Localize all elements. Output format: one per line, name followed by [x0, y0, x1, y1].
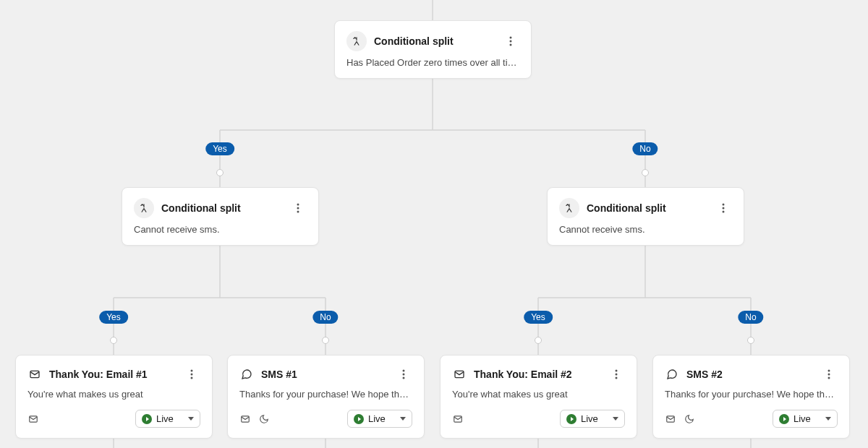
more-button[interactable] [502, 33, 519, 50]
svg-point-29 [191, 377, 193, 379]
conditional-split-left-card[interactable]: Conditional split Cannot receive sms. [122, 187, 319, 246]
card-footer-icons [239, 413, 270, 425]
play-icon [779, 414, 789, 424]
svg-point-20 [297, 204, 299, 206]
more-button[interactable] [608, 366, 625, 383]
sms-card-2[interactable]: SMS #2 Thanks for your purchase! We hope… [652, 355, 850, 439]
chat-icon [239, 367, 254, 382]
card-description: Has Placed Order zero times over all tim… [346, 57, 519, 68]
connector-dot [110, 337, 117, 344]
play-icon [354, 414, 364, 424]
branch-label-yes: Yes [99, 311, 128, 324]
status-dropdown[interactable]: Live [347, 410, 412, 428]
card-title: SMS #1 [261, 369, 388, 380]
email-card-1[interactable]: Thank You: Email #1 You're what makes us… [15, 355, 213, 439]
svg-point-28 [191, 374, 193, 376]
connector-dot [642, 169, 649, 176]
split-icon [559, 198, 579, 218]
svg-point-17 [510, 37, 512, 39]
card-description: Cannot receive sms. [559, 224, 732, 235]
svg-point-25 [723, 211, 725, 213]
split-icon [134, 198, 154, 218]
svg-point-31 [403, 370, 405, 372]
svg-point-41 [828, 374, 830, 376]
chevron-down-icon [188, 417, 194, 421]
card-footer-icons [452, 413, 464, 425]
svg-point-40 [828, 370, 830, 372]
moon-icon [684, 413, 695, 425]
svg-point-18 [510, 40, 512, 43]
connector-dot [747, 337, 754, 344]
branch-label-yes: Yes [524, 311, 553, 324]
card-description: Thanks for your purchase! We hope that … [665, 389, 838, 400]
branch-label-no: No [738, 311, 763, 324]
sms-card-1[interactable]: SMS #1 Thanks for your purchase! We hope… [227, 355, 425, 439]
svg-point-38 [616, 377, 618, 379]
svg-point-23 [723, 204, 725, 206]
chevron-down-icon [825, 417, 831, 421]
split-icon [346, 31, 367, 51]
card-description: Thanks for your purchase! We hope that … [239, 389, 412, 400]
svg-point-37 [616, 374, 618, 376]
status-label: Live [581, 413, 598, 424]
status-label: Live [156, 413, 174, 424]
connector-dot [322, 337, 329, 344]
card-description: Cannot receive sms. [134, 224, 307, 235]
connector-dot [535, 337, 542, 344]
svg-point-33 [403, 377, 405, 379]
envelope-small-icon [239, 413, 251, 425]
more-button[interactable] [395, 366, 412, 383]
svg-point-32 [403, 374, 405, 376]
envelope-small-icon [452, 413, 464, 425]
status-dropdown[interactable]: Live [560, 410, 625, 428]
svg-point-19 [510, 44, 512, 46]
svg-point-22 [297, 211, 299, 213]
more-button[interactable] [183, 366, 200, 383]
svg-point-36 [616, 370, 618, 372]
envelope-icon [452, 367, 467, 382]
card-description: You're what makes us great [27, 389, 200, 400]
status-label: Live [368, 413, 386, 424]
svg-point-42 [828, 377, 830, 379]
branch-label-no: No [632, 142, 658, 155]
card-title: Conditional split [161, 202, 282, 214]
svg-point-24 [723, 207, 725, 210]
play-icon [566, 414, 576, 424]
card-description: You're what makes us great [452, 389, 625, 400]
envelope-small-icon [27, 413, 39, 425]
card-title: Conditional split [374, 35, 495, 47]
chevron-down-icon [613, 417, 618, 421]
branch-label-no: No [312, 311, 338, 324]
play-icon [142, 414, 152, 424]
envelope-small-icon [665, 413, 676, 425]
conditional-split-right-card[interactable]: Conditional split Cannot receive sms. [547, 187, 744, 246]
svg-point-27 [191, 370, 193, 372]
chevron-down-icon [400, 417, 406, 421]
status-dropdown[interactable]: Live [135, 410, 200, 428]
connector-dot [216, 169, 224, 176]
more-button[interactable] [289, 199, 307, 217]
branch-label-yes: Yes [205, 142, 234, 155]
card-title: Thank You: Email #1 [49, 369, 176, 380]
conditional-split-root-card[interactable]: Conditional split Has Placed Order zero … [334, 20, 532, 79]
status-label: Live [793, 413, 811, 424]
card-title: Conditional split [587, 202, 707, 214]
card-footer-icons [27, 413, 39, 425]
card-footer-icons [665, 413, 695, 425]
card-title: Thank You: Email #2 [474, 369, 600, 380]
svg-point-21 [297, 207, 299, 210]
card-title: SMS #2 [686, 369, 813, 380]
email-card-2[interactable]: Thank You: Email #2 You're what makes us… [440, 355, 637, 439]
status-dropdown[interactable]: Live [773, 410, 838, 428]
chat-icon [665, 367, 679, 382]
moon-icon [258, 413, 270, 425]
more-button[interactable] [715, 199, 732, 217]
envelope-icon [27, 367, 42, 382]
more-button[interactable] [820, 366, 838, 383]
